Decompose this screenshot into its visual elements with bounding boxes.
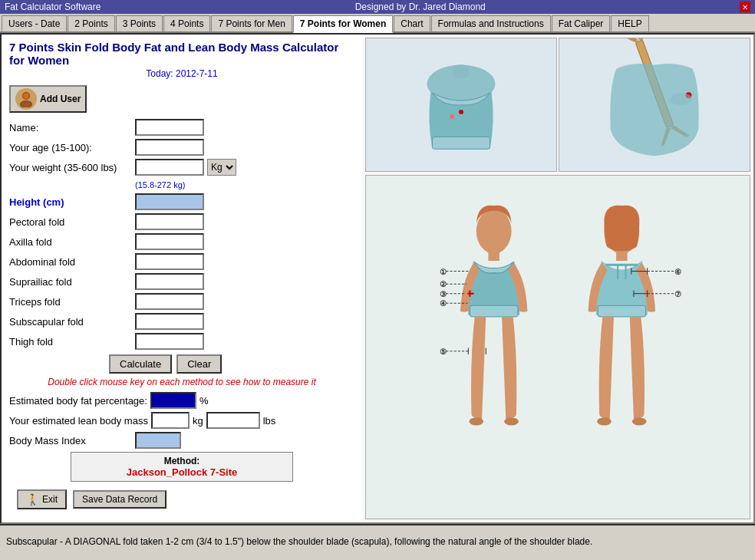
method-value: Jackson_Pollock 7-Site [77,466,286,478]
lbm-kg-input[interactable] [151,412,190,429]
calculate-button[interactable]: Calculate [109,354,172,374]
thigh-label: Thigh fold [9,336,132,348]
pectoral-row: Pectoral fold [9,213,354,230]
weight-input[interactable] [135,159,204,176]
lbm-lbs-input[interactable] [206,412,260,429]
user-icon [15,88,37,110]
weight-label: Your weight (35-600 lbs) [9,162,132,173]
svg-point-9 [459,110,463,114]
pectoral-input[interactable] [135,213,204,230]
svg-text:③: ③ [440,290,447,298]
tab-7-points-women[interactable]: 7 Points for Women [293,15,393,33]
svg-rect-35 [616,252,628,262]
axilla-input[interactable] [135,233,204,250]
tab-7-points-men[interactable]: 7 Points for Men [211,15,292,31]
user-header: Add User [9,85,354,113]
abdominal-row: Abdominal fold [9,253,354,270]
svg-text:⑤: ⑤ [440,348,447,356]
save-button[interactable]: Save Data Record [73,490,166,509]
age-row: Your age (15-100): [9,139,354,156]
lbm-lbs-unit: lbs [263,415,276,427]
exit-icon: 🚶 [26,493,39,506]
exit-label: Exit [42,494,58,505]
age-label: Your age (15-100): [9,142,132,153]
svg-text:②: ② [440,280,447,288]
full-body-svg: ① ② ③ ④ ⑤ [366,176,750,519]
tab-3-points[interactable]: 3 Points [116,15,163,31]
height-row: Height (cm) [9,193,354,210]
svg-text:⑥: ⑥ [674,268,681,276]
name-row: Name: [9,119,354,136]
bmi-input[interactable] [135,432,181,449]
full-body-image: ① ② ③ ④ ⑤ [365,175,750,519]
name-input[interactable] [135,119,204,136]
method-label: Method: [77,456,286,466]
front-torso-svg [366,38,556,171]
tab-help[interactable]: HELP [611,15,648,31]
right-panel: ① ② ③ ④ ⑤ [362,35,753,522]
tab-chart[interactable]: Chart [394,15,430,31]
thigh-row: Thigh fold [9,333,354,350]
svg-point-2 [23,93,29,99]
status-bar: Subscapular - A DIAGONAL fold taken 1-2 … [0,524,755,558]
weight-unit-select[interactable]: Kg lbs [207,159,236,176]
nav-tabs: Users - Date2 Points3 Points4 Points7 Po… [0,14,755,33]
bf-value-box [150,392,196,409]
weight-row: Your weight (35-600 lbs) Kg lbs [9,159,354,176]
top-images [365,38,750,172]
main-content: 7 Points Skin Fold Body Fat and Lean Bod… [0,33,755,524]
weight-inputs: Kg lbs [135,159,236,176]
add-user-button[interactable]: Add User [9,85,87,113]
clear-button[interactable]: Clear [176,354,222,374]
svg-rect-7 [432,137,490,150]
axilla-row: Axilla fold [9,233,354,250]
suprailiac-row: Suprailiac fold [9,273,354,290]
left-panel: 7 Points Skin Fold Body Fat and Lean Bod… [2,35,362,522]
age-input[interactable] [135,139,204,156]
method-box: Method: Jackson_Pollock 7-Site [71,452,293,482]
svg-rect-6 [453,65,469,79]
exit-button[interactable]: 🚶 Exit [17,489,67,509]
tab-2-points[interactable]: 2 Points [68,15,114,31]
bf-row: Estimated body fat percentage: % [9,392,354,409]
abdominal-input[interactable] [135,253,204,270]
lbm-label: Your estimated lean body mass [9,415,148,427]
page-title: 7 Points Skin Fold Body Fat and Lean Bod… [9,41,354,67]
tab-users-date[interactable]: Users - Date [2,15,67,31]
svg-point-13 [670,93,693,105]
axilla-label: Axilla fold [9,236,132,248]
bf-unit: % [199,395,209,407]
svg-rect-39 [598,305,646,317]
svg-point-18 [469,417,483,425]
double-click-hint: Double click mouse key on each method to… [9,377,354,387]
bmi-row: Body Mass Index [9,432,354,449]
triceps-input[interactable] [135,293,204,310]
back-caliper-image [559,38,750,172]
bmi-label: Body Mass Index [9,435,132,446]
subscapular-label: Subscapular fold [9,316,132,328]
footer-buttons: 🚶 Exit Save Data Record [9,489,354,509]
close-button[interactable]: ✕ [740,2,750,12]
back-caliper-svg [559,38,750,171]
svg-text:④: ④ [440,299,447,308]
tab-fat-caliper[interactable]: Fat Caliper [552,15,611,31]
suprailiac-input[interactable] [135,273,204,290]
name-label: Name: [9,122,132,133]
add-user-label: Add User [40,94,81,104]
height-label: Height (cm) [9,196,132,208]
lbm-row: Your estimated lean body mass kg lbs [9,412,354,429]
thigh-input[interactable] [135,333,204,350]
suprailiac-label: Suprailiac fold [9,276,132,288]
tab-formulas[interactable]: Formulas and Instructions [431,15,551,31]
svg-point-41 [632,417,647,425]
height-input[interactable] [135,193,204,210]
title-bar: Fat Calculator Software Designed by Dr. … [0,0,755,14]
save-label: Save Data Record [82,494,157,505]
svg-rect-17 [470,305,518,317]
tab-4-points[interactable]: 4 Points [163,15,210,31]
subscapular-input[interactable] [135,313,204,330]
svg-point-19 [504,417,519,425]
pectoral-label: Pectoral fold [9,216,132,228]
svg-rect-14 [366,191,750,502]
bf-label: Estimated body fat percentage: [9,395,147,407]
